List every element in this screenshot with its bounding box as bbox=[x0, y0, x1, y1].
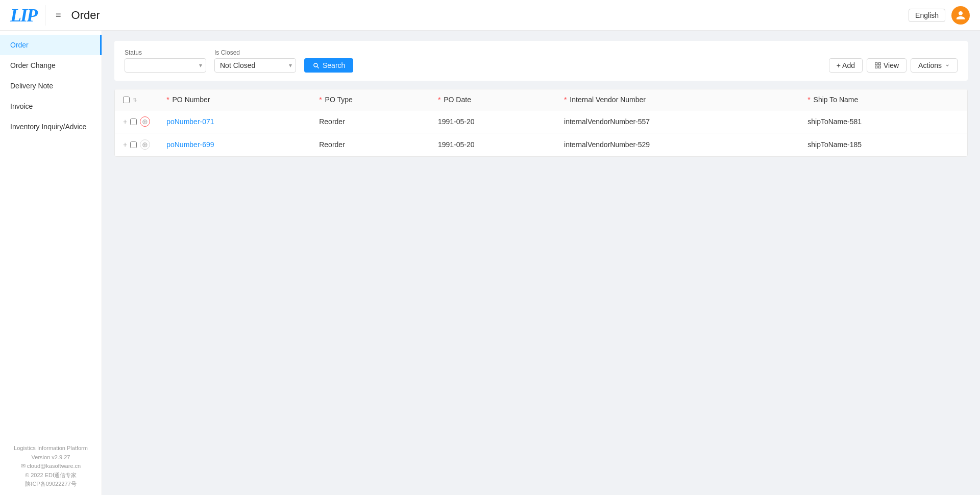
logo: LIP bbox=[10, 6, 37, 25]
sidebar-item-order-change[interactable]: Order Change bbox=[0, 55, 102, 76]
status-select[interactable] bbox=[125, 58, 206, 73]
cell-po-number: poNumber-071 bbox=[158, 110, 311, 133]
cell-po-type: Reorder bbox=[311, 133, 430, 156]
cell-internal-vendor-number: internalVendorNumber-557 bbox=[556, 110, 799, 133]
table-header-row: ⇅ * PO Number * PO Type * bbox=[115, 89, 967, 110]
user-avatar[interactable] bbox=[951, 6, 970, 25]
th-internal-vendor-number: * Internal Vendor Number bbox=[556, 89, 799, 110]
status-filter-group: Status bbox=[125, 49, 206, 73]
cell-ship-to-name: shipToName-581 bbox=[799, 110, 967, 133]
top-header: LIP ≡ Order English bbox=[0, 0, 980, 31]
search-icon bbox=[312, 62, 320, 69]
po-number-link[interactable]: poNumber-071 bbox=[166, 117, 214, 126]
actions-button[interactable]: Actions bbox=[911, 58, 958, 73]
table-row: + ⊕ poNumber-699 Reorder 1991-05-20 inte… bbox=[115, 133, 967, 156]
is-closed-select[interactable]: Not Closed Closed All bbox=[214, 58, 296, 73]
row-controls-cell: + ⊕ bbox=[115, 110, 158, 133]
view-button[interactable]: View bbox=[867, 58, 906, 73]
is-closed-select-wrapper: Not Closed Closed All bbox=[214, 58, 296, 73]
po-number-link[interactable]: poNumber-699 bbox=[166, 140, 214, 149]
sidebar-nav: Order Order Change Delivery Note Invoice… bbox=[0, 31, 102, 137]
language-button[interactable]: English bbox=[909, 9, 945, 22]
svg-rect-3 bbox=[878, 66, 880, 68]
cell-ship-to-name: shipToName-185 bbox=[799, 133, 967, 156]
sidebar-item-invoice[interactable]: Invoice bbox=[0, 96, 102, 116]
cell-po-date: 1991-05-20 bbox=[430, 110, 556, 133]
orders-table: ⇅ * PO Number * PO Type * bbox=[115, 89, 967, 156]
row-expand-button[interactable]: ⊕ bbox=[140, 139, 150, 150]
filter-actions: + Add View Actions bbox=[829, 58, 958, 73]
add-button[interactable]: + Add bbox=[829, 58, 863, 73]
view-icon bbox=[874, 62, 881, 69]
search-button[interactable]: Search bbox=[304, 58, 353, 73]
filter-bar: Status Is Closed Not Closed Closed All bbox=[114, 41, 968, 81]
row-add-icon[interactable]: + bbox=[123, 140, 127, 149]
status-select-wrapper bbox=[125, 58, 206, 73]
menu-toggle-button[interactable]: ≡ bbox=[54, 8, 63, 22]
data-table: ⇅ * PO Number * PO Type * bbox=[114, 89, 968, 157]
th-po-number: * PO Number bbox=[158, 89, 311, 110]
svg-rect-2 bbox=[875, 66, 877, 68]
sort-icon-main[interactable]: ⇅ bbox=[133, 97, 137, 103]
row-add-icon[interactable]: + bbox=[123, 117, 127, 126]
sidebar-item-order[interactable]: Order bbox=[0, 35, 102, 55]
table-body: + ⊕ poNumber-071 Reorder 1991-05-20 inte… bbox=[115, 110, 967, 156]
main-layout: Order Order Change Delivery Note Invoice… bbox=[0, 31, 980, 495]
svg-rect-0 bbox=[875, 63, 877, 65]
sidebar-item-delivery-note[interactable]: Delivery Note bbox=[0, 76, 102, 96]
sidebar-item-inventory[interactable]: Inventory Inquiry/Advice bbox=[0, 116, 102, 137]
row-expand-button[interactable]: ⊕ bbox=[140, 116, 150, 127]
th-checkbox: ⇅ bbox=[115, 89, 158, 110]
is-closed-filter-group: Is Closed Not Closed Closed All bbox=[214, 49, 296, 73]
th-ship-to-name: * Ship To Name bbox=[799, 89, 967, 110]
chevron-down-icon bbox=[945, 63, 950, 68]
main-content: Status Is Closed Not Closed Closed All bbox=[102, 31, 980, 495]
svg-rect-1 bbox=[878, 63, 880, 65]
row-controls-cell: + ⊕ bbox=[115, 133, 158, 156]
status-label: Status bbox=[125, 49, 206, 56]
th-po-date: * PO Date bbox=[430, 89, 556, 110]
sidebar-footer: Logistics Information Platform Version v… bbox=[0, 438, 102, 495]
cell-po-date: 1991-05-20 bbox=[430, 133, 556, 156]
header-right: English bbox=[909, 6, 970, 25]
cell-po-type: Reorder bbox=[311, 110, 430, 133]
select-all-checkbox[interactable] bbox=[123, 97, 130, 103]
is-closed-label: Is Closed bbox=[214, 49, 296, 56]
row-checkbox[interactable] bbox=[130, 119, 137, 125]
cell-po-number: poNumber-699 bbox=[158, 133, 311, 156]
row-checkbox[interactable] bbox=[130, 142, 137, 148]
cell-internal-vendor-number: internalVendorNumber-529 bbox=[556, 133, 799, 156]
sidebar: Order Order Change Delivery Note Invoice… bbox=[0, 31, 102, 495]
header-left: LIP ≡ Order bbox=[10, 5, 100, 26]
page-title: Order bbox=[71, 9, 100, 22]
table-row: + ⊕ poNumber-071 Reorder 1991-05-20 inte… bbox=[115, 110, 967, 133]
th-po-type: * PO Type bbox=[311, 89, 430, 110]
